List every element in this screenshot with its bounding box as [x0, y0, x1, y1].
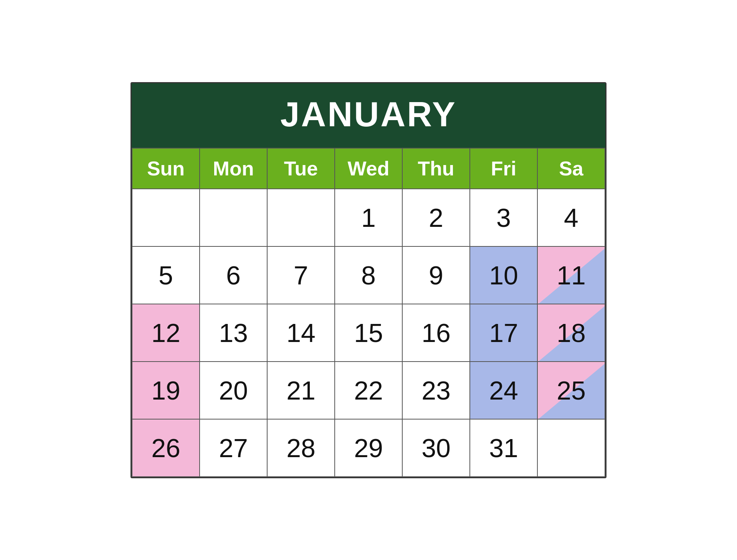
day-number: 4: [564, 203, 578, 233]
calendar-header: JANUARY: [132, 83, 605, 148]
day-cell: [268, 189, 335, 247]
day-cell: 6: [200, 247, 268, 304]
day-cell: 23: [403, 362, 470, 420]
month-title: JANUARY: [139, 95, 598, 134]
day-number: 31: [489, 433, 518, 463]
day-cell: 31: [470, 420, 538, 477]
day-cell: 15: [335, 304, 403, 362]
day-number: 22: [354, 375, 383, 405]
day-number: 24: [489, 375, 518, 405]
day-cell: [132, 189, 200, 247]
day-cell: 2: [403, 189, 470, 247]
day-header-sun: Sun: [132, 149, 200, 189]
day-number: 26: [151, 433, 180, 463]
day-cell: [200, 189, 268, 247]
day-number: 12: [151, 318, 180, 348]
day-cell: 22: [335, 362, 403, 420]
calendar-wrapper: JANUARY SunMonTueWedThuFriSa123456789101…: [131, 82, 606, 478]
day-number: 25: [557, 375, 586, 405]
day-cell: 29: [335, 420, 403, 477]
calendar: JANUARY SunMonTueWedThuFriSa123456789101…: [131, 82, 606, 478]
day-cell: 20: [200, 362, 268, 420]
day-cell: 30: [403, 420, 470, 477]
day-number: 10: [489, 260, 518, 290]
day-number: 13: [219, 318, 248, 348]
day-number: 15: [354, 318, 383, 348]
day-number: 28: [286, 433, 316, 463]
day-number: 1: [361, 203, 376, 233]
day-cell: 16: [403, 304, 470, 362]
day-cell: 5: [132, 247, 200, 304]
day-cell: 10: [470, 247, 538, 304]
day-number: 11: [557, 260, 586, 290]
day-number: 18: [557, 318, 586, 348]
day-cell: 18: [538, 304, 605, 362]
day-number: 3: [496, 203, 511, 233]
day-cell: 14: [268, 304, 335, 362]
day-cell: 3: [470, 189, 538, 247]
day-header-wed: Wed: [335, 149, 403, 189]
day-cell: 8: [335, 247, 403, 304]
day-cell: 19: [132, 362, 200, 420]
day-header-sa: Sa: [538, 149, 605, 189]
day-cell: 24: [470, 362, 538, 420]
day-cell: 9: [403, 247, 470, 304]
day-number: 5: [159, 260, 173, 290]
day-number: 6: [226, 260, 241, 290]
day-cell: 17: [470, 304, 538, 362]
day-number: 23: [421, 375, 451, 405]
day-cell: 12: [132, 304, 200, 362]
day-cell: 7: [268, 247, 335, 304]
day-cell: 13: [200, 304, 268, 362]
day-cell: [538, 420, 605, 477]
day-cell: 1: [335, 189, 403, 247]
day-number: 8: [361, 260, 376, 290]
day-cell: 27: [200, 420, 268, 477]
day-number: 30: [421, 433, 451, 463]
day-header-fri: Fri: [470, 149, 538, 189]
day-header-mon: Mon: [200, 149, 268, 189]
day-cell: 21: [268, 362, 335, 420]
day-number: 16: [421, 318, 451, 348]
day-number: 2: [429, 203, 443, 233]
day-cell: 28: [268, 420, 335, 477]
day-header-tue: Tue: [268, 149, 335, 189]
day-number: 20: [219, 375, 248, 405]
day-number: 14: [286, 318, 316, 348]
calendar-grid: SunMonTueWedThuFriSa12345678910111213141…: [132, 148, 605, 477]
day-cell: 26: [132, 420, 200, 477]
day-number: 27: [219, 433, 248, 463]
day-number: 7: [294, 260, 308, 290]
day-cell: 4: [538, 189, 605, 247]
day-number: 19: [151, 375, 180, 405]
day-number: 9: [429, 260, 443, 290]
day-number: 21: [286, 375, 316, 405]
day-cell: 25: [538, 362, 605, 420]
day-number: 29: [354, 433, 383, 463]
day-cell: 11: [538, 247, 605, 304]
day-header-thu: Thu: [403, 149, 470, 189]
day-number: 17: [489, 318, 518, 348]
